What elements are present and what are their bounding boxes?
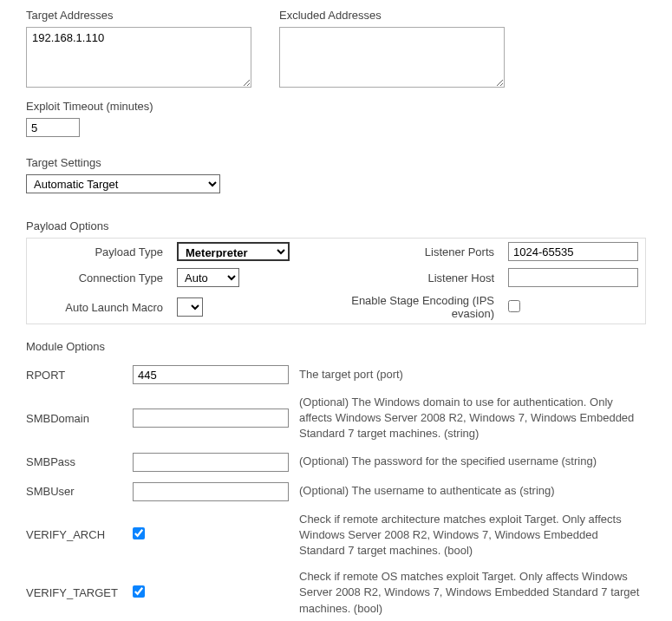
module-options-heading: Module Options [26,340,646,353]
exploit-timeout-label: Exploit Timeout (minutes) [26,100,646,113]
enable-stage-encoding-checkbox[interactable] [508,300,520,312]
payload-options-panel: Payload Type Meterpreter Listener Ports … [26,238,646,324]
excluded-addresses-textarea[interactable] [279,27,505,88]
listener-host-input[interactable] [508,268,638,287]
smbpass-input[interactable] [133,453,289,472]
verify-arch-desc: Check if remote architecture matches exp… [299,507,646,565]
verify-target-desc: Check if remote OS matches exploit Targe… [299,564,646,621]
listener-ports-input[interactable] [508,242,638,261]
connection-type-label: Connection Type [27,265,170,291]
rport-desc: The target port (port) [299,360,646,389]
enable-stage-encoding-label: Enable Stage Encoding (IPS evasion) [343,291,501,324]
payload-type-label: Payload Type [27,239,170,265]
exploit-timeout-input[interactable] [26,118,80,137]
verify-target-label: VERIFY_TARGET [26,564,133,621]
payload-type-select[interactable]: Meterpreter [177,242,290,261]
smbuser-label: SMBUser [26,477,133,507]
smbdomain-label: SMBDomain [26,389,133,448]
smbdomain-input[interactable] [133,409,289,428]
excluded-addresses-label: Excluded Addresses [279,9,505,22]
verify-arch-checkbox[interactable] [133,527,145,539]
smbpass-label: SMBPass [26,448,133,477]
smbuser-desc: (Optional) The username to authenticate … [299,477,646,507]
smbdomain-desc: (Optional) The Windows domain to use for… [299,389,646,448]
auto-launch-macro-select[interactable] [177,297,203,317]
auto-launch-macro-label: Auto Launch Macro [27,291,170,324]
listener-host-label: Listener Host [343,265,501,291]
target-addresses-label: Target Addresses [26,9,251,22]
listener-ports-label: Listener Ports [343,239,501,265]
target-settings-select[interactable]: Automatic Target [26,174,220,193]
rport-input[interactable] [133,365,289,384]
verify-arch-label: VERIFY_ARCH [26,507,133,565]
verify-target-checkbox[interactable] [133,585,145,598]
smbuser-input[interactable] [133,482,289,501]
target-settings-label: Target Settings [26,156,646,169]
target-addresses-textarea[interactable]: 192.168.1.110 [26,27,251,88]
module-options-table: RPORT The target port (port) SMBDomain (… [26,360,646,621]
payload-options-heading: Payload Options [26,219,646,232]
rport-label: RPORT [26,360,133,389]
smbpass-desc: (Optional) The password for the specifie… [299,448,646,477]
connection-type-select[interactable]: Auto [177,268,239,287]
